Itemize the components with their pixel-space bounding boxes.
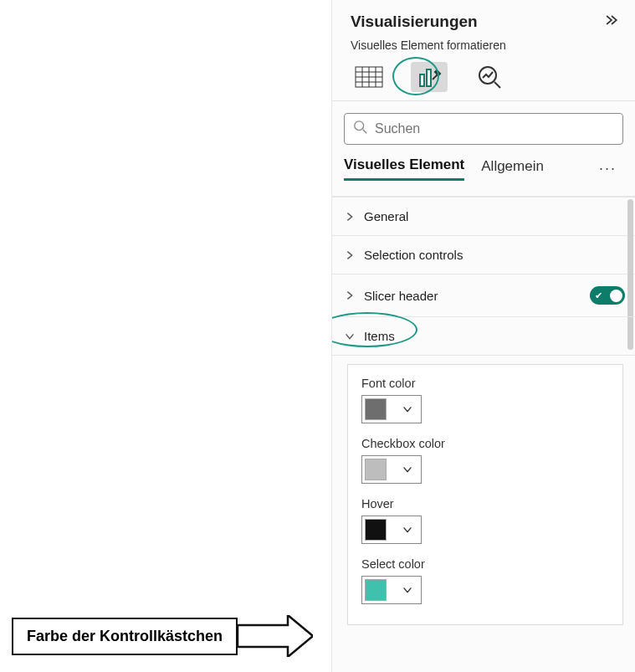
font-color-picker[interactable] xyxy=(361,395,422,423)
accordion-selection-label: Selection controls xyxy=(364,248,463,262)
chevron-down-icon xyxy=(344,331,356,342)
chevron-right-icon xyxy=(344,249,356,261)
chevron-right-icon xyxy=(344,211,356,223)
accordion-slicer-label: Slicer header xyxy=(364,289,438,303)
items-panel: Font color Checkbox color Hover xyxy=(347,364,623,625)
panel-subtitle: Visuelles Element formatieren xyxy=(332,35,635,57)
callout-label: Farbe der Kontrollkästchen xyxy=(12,618,238,655)
tab-visual[interactable]: Visuelles Element xyxy=(344,156,464,181)
collapse-panel-icon[interactable] xyxy=(603,12,620,32)
chevron-down-icon xyxy=(402,524,413,536)
accordion-slicer-header[interactable]: Slicer header ✔ xyxy=(332,274,635,316)
svg-rect-8 xyxy=(427,69,431,86)
tab-general[interactable]: Allgemein xyxy=(481,158,544,180)
svg-line-10 xyxy=(494,82,500,88)
select-color-picker[interactable] xyxy=(361,576,422,604)
accordion-selection-controls[interactable]: Selection controls xyxy=(332,235,635,274)
svg-point-11 xyxy=(355,121,364,131)
toggle-knob xyxy=(610,290,622,302)
chevron-down-icon xyxy=(402,464,413,475)
chevron-down-icon xyxy=(402,584,413,596)
hover-color-swatch xyxy=(365,519,387,541)
format-visual-button[interactable] xyxy=(411,62,448,92)
accordion-items-label: Items xyxy=(364,329,395,343)
accordion-general[interactable]: General xyxy=(332,197,635,235)
search-icon xyxy=(353,120,368,138)
panel-title: Visualisierungen xyxy=(351,13,478,31)
analytics-button[interactable] xyxy=(471,62,508,92)
hover-color-picker[interactable] xyxy=(361,516,422,544)
accordion-general-label: General xyxy=(364,209,408,223)
checkbox-color-swatch xyxy=(365,459,387,480)
search-input[interactable] xyxy=(375,121,614,136)
slicer-header-toggle[interactable]: ✔ xyxy=(590,286,625,305)
select-color-label: Select color xyxy=(361,557,609,571)
chevron-right-icon xyxy=(344,290,356,301)
build-visual-button[interactable] xyxy=(351,62,387,92)
chevron-down-icon xyxy=(402,403,413,415)
svg-line-12 xyxy=(363,130,367,134)
tab-more-icon[interactable]: ··· xyxy=(599,160,617,177)
font-color-swatch xyxy=(365,398,387,420)
checkbox-color-picker[interactable] xyxy=(361,455,422,484)
checkbox-color-label: Checkbox color xyxy=(361,437,609,450)
svg-rect-7 xyxy=(420,74,424,86)
hover-color-label: Hover xyxy=(361,497,609,510)
callout-arrow-icon xyxy=(238,615,313,657)
check-icon: ✔ xyxy=(595,290,602,301)
svg-marker-13 xyxy=(238,615,313,657)
accordion-items[interactable]: Items xyxy=(332,316,635,355)
font-color-label: Font color xyxy=(361,377,609,390)
search-field[interactable] xyxy=(344,113,623,145)
select-color-swatch xyxy=(365,579,387,601)
